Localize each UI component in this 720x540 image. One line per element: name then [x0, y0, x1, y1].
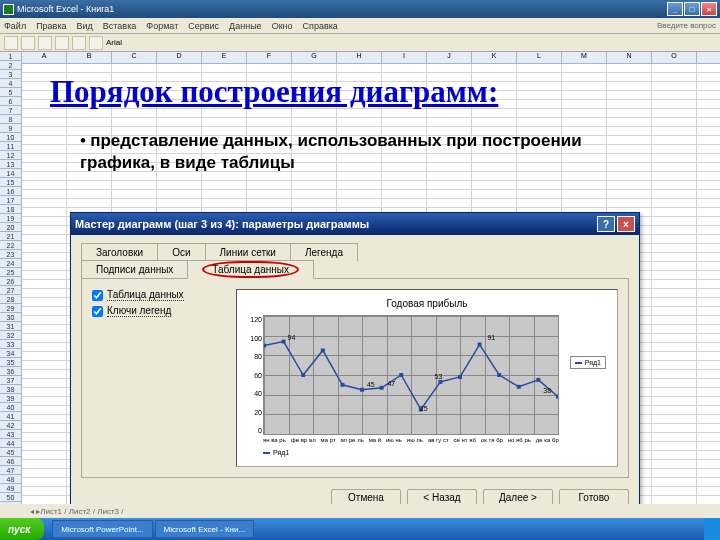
taskbar: пуск Microsoft PowerPoint... Microsoft E…: [0, 518, 720, 540]
tab-axes[interactable]: Оси: [157, 243, 205, 261]
toolbar-button[interactable]: [38, 36, 52, 50]
checkbox-show-data-table[interactable]: Таблица данных: [92, 289, 222, 301]
checkbox-input[interactable]: [92, 306, 103, 317]
toolbar-button[interactable]: [89, 36, 103, 50]
chart-wizard-dialog: Мастер диаграмм (шаг 3 из 4): параметры …: [70, 212, 640, 520]
toolbar-button[interactable]: [4, 36, 18, 50]
row-headers: 1234567891011121314151617181920212223242…: [0, 52, 22, 512]
tab-data-table[interactable]: Таблица данных: [187, 260, 314, 279]
help-search[interactable]: Введите вопрос: [657, 21, 716, 30]
tab-gridlines[interactable]: Линии сетки: [205, 243, 291, 261]
close-button[interactable]: ×: [701, 2, 717, 16]
slide-title: Порядок построения диаграмм:: [50, 74, 498, 110]
toolbar: Arial: [0, 34, 720, 52]
menu-edit[interactable]: Правка: [36, 21, 66, 31]
svg-rect-2: [301, 373, 305, 377]
svg-rect-15: [556, 395, 558, 399]
toolbar-button[interactable]: [72, 36, 86, 50]
toolbar-button[interactable]: [21, 36, 35, 50]
svg-rect-5: [360, 388, 364, 392]
minimize-button[interactable]: _: [667, 2, 683, 16]
svg-rect-10: [458, 375, 462, 379]
maximize-button[interactable]: □: [684, 2, 700, 16]
slide-bullet: • представление данных, использованных п…: [80, 130, 640, 174]
dialog-close-button[interactable]: ×: [617, 216, 635, 232]
menu-insert[interactable]: Вставка: [103, 21, 136, 31]
svg-rect-0: [264, 344, 266, 348]
y-axis: 120 100 80 60 40 20 0: [248, 316, 262, 434]
window-titlebar: Microsoft Excel - Книга1 _ □ ×: [0, 0, 720, 18]
excel-icon: [3, 4, 14, 15]
checkbox-input[interactable]: [92, 290, 103, 301]
svg-rect-14: [536, 378, 540, 382]
column-headers: ABCDEFGHIJKLMNO: [22, 52, 720, 64]
chart-legend: Ряд1: [570, 356, 606, 369]
x-axis: ян ва рьфе вр алма ртап ре льма йию ньию…: [263, 437, 559, 443]
chart-preview: Годовая прибыль 120 100 80 60 40 20 0: [236, 289, 618, 467]
tab-titles[interactable]: Заголовки: [81, 243, 158, 261]
dialog-titlebar: Мастер диаграмм (шаг 3 из 4): параметры …: [71, 213, 639, 235]
system-tray[interactable]: [704, 518, 720, 540]
svg-rect-3: [321, 348, 325, 352]
menu-format[interactable]: Формат: [146, 21, 178, 31]
chart-line-series: [264, 316, 558, 434]
svg-rect-12: [497, 373, 501, 377]
start-button[interactable]: пуск: [0, 518, 44, 540]
toolbar-button[interactable]: [55, 36, 69, 50]
svg-rect-9: [438, 380, 442, 384]
dialog-title: Мастер диаграмм (шаг 3 из 4): параметры …: [75, 218, 369, 230]
svg-rect-11: [478, 343, 482, 347]
tab-data-labels[interactable]: Подписи данных: [81, 260, 188, 278]
menu-tools[interactable]: Сервис: [188, 21, 219, 31]
worksheet[interactable]: 1234567891011121314151617181920212223242…: [0, 52, 720, 512]
sheet-tabs[interactable]: ◂ ▸ Лист1 / Лист2 / Лист3 /: [0, 504, 720, 518]
chart-area: 120 100 80 60 40 20 0: [263, 315, 559, 435]
data-table-row: Ряд1: [263, 449, 609, 456]
menu-data[interactable]: Данные: [229, 21, 262, 31]
svg-rect-6: [380, 386, 384, 390]
tab-legend[interactable]: Легенда: [290, 243, 358, 261]
menu-file[interactable]: Файл: [4, 21, 26, 31]
tab-panel: Таблица данных Ключи легенд Годовая приб…: [81, 278, 629, 478]
menu-window[interactable]: Окно: [272, 21, 293, 31]
window-title: Microsoft Excel - Книга1: [17, 4, 114, 14]
svg-rect-13: [517, 385, 521, 389]
svg-rect-1: [282, 340, 286, 344]
taskbar-item[interactable]: Microsoft Excel - Кни...: [155, 520, 255, 538]
chart-title: Годовая прибыль: [245, 298, 609, 309]
dialog-help-button[interactable]: ?: [597, 216, 615, 232]
menubar: Файл Правка Вид Вставка Формат Сервис Да…: [0, 18, 720, 34]
menu-view[interactable]: Вид: [77, 21, 93, 31]
tab-strip: Заголовки Оси Линии сетки Легенда Подпис…: [81, 243, 629, 278]
checkbox-legend-keys[interactable]: Ключи легенд: [92, 305, 222, 317]
svg-rect-7: [399, 373, 403, 377]
svg-rect-4: [340, 383, 344, 387]
taskbar-item[interactable]: Microsoft PowerPoint...: [52, 520, 152, 538]
menu-help[interactable]: Справка: [303, 21, 338, 31]
